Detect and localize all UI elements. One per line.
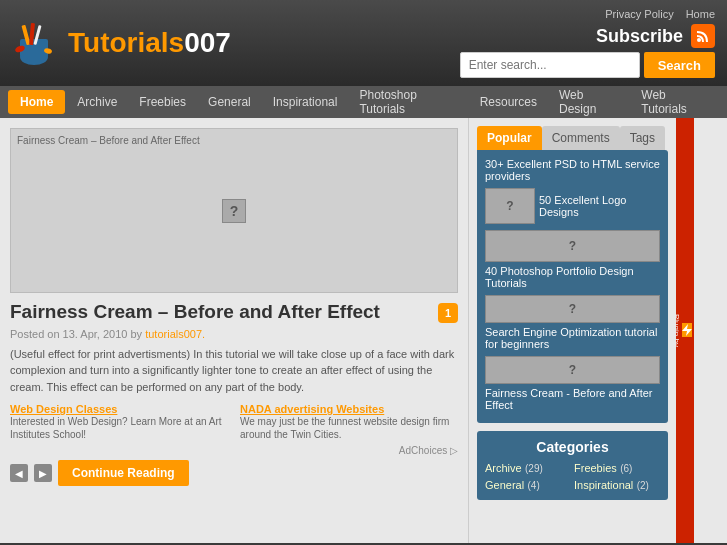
ad2-title[interactable]: NADA advertising Websites [240, 403, 458, 415]
ad-block-2: NADA advertising Websites We may just be… [240, 403, 458, 441]
search-bar: Search [460, 52, 715, 78]
svg-marker-8 [682, 324, 692, 336]
nav-item-webdesign[interactable]: Web Design [549, 83, 629, 121]
nav-item-photoshop[interactable]: Photoshop Tutorials [349, 83, 467, 121]
popular-link-1[interactable]: 30+ Excellent PSD to HTML service provid… [485, 158, 660, 182]
logo-area: Tutorials007 [12, 19, 231, 67]
nav-item-inspirational[interactable]: Inspirational [263, 90, 348, 114]
continue-reading-button[interactable]: Continue Reading [58, 460, 189, 486]
search-input[interactable] [460, 52, 640, 78]
post-title: Fairness Cream – Before and After Effect [10, 301, 430, 324]
cat-item-inspirational: Inspirational (2) [574, 478, 660, 492]
flash-strip: Plugin by [676, 118, 694, 543]
nav-item-freebies[interactable]: Freebies [129, 90, 196, 114]
ads-row: Web Design Classes Interested in Web Des… [10, 403, 458, 441]
header-right: Privacy Policy Home Subscribe Search [460, 8, 715, 78]
cat-item-archive: Archive (29) [485, 461, 571, 475]
home-link[interactable]: Home [686, 8, 715, 20]
subscribe-label: Subscribe [596, 26, 683, 47]
image-placeholder-icon: ? [222, 199, 246, 223]
popular-item-2: ? 50 Excellent Logo Designs [485, 188, 660, 224]
sidebar: Popular Comments Tags 30+ Excellent PSD … [468, 118, 676, 543]
post-title-row: Fairness Cream – Before and After Effect… [10, 301, 458, 324]
next-arrow-btn[interactable]: ▶ [34, 464, 52, 482]
thumb-placeholder-2: ? [485, 188, 535, 224]
ad2-desc: We may just be the funnest website desig… [240, 415, 458, 441]
sidebar-popular-content: 30+ Excellent PSD to HTML service provid… [477, 150, 668, 423]
post-footer: ◀ ▶ Continue Reading [10, 460, 458, 486]
cat-item-general: General (4) [485, 478, 571, 492]
nav-item-resources[interactable]: Resources [470, 90, 547, 114]
ad-block-1: Web Design Classes Interested in Web Des… [10, 403, 228, 441]
categories-section: Categories Archive (29) Freebies (6) Gen… [477, 431, 668, 500]
header: Tutorials007 Privacy Policy Home Subscri… [0, 0, 727, 86]
main: Fairness Cream – Before and After Effect… [0, 118, 727, 543]
flash-text: Plugin by [676, 314, 681, 347]
subscribe-area: Subscribe [596, 24, 715, 48]
popular-item-3: ? 40 Photoshop Portfolio Design Tutorial… [485, 230, 660, 289]
popular-link-3[interactable]: 40 Photoshop Portfolio Design Tutorials [485, 265, 660, 289]
thumb-placeholder-3: ? [485, 230, 660, 262]
top-links: Privacy Policy Home [605, 8, 715, 20]
post-excerpt: (Useful effect for print advertisments) … [10, 346, 458, 396]
ad1-title[interactable]: Web Design Classes [10, 403, 228, 415]
nav-item-home[interactable]: Home [8, 90, 65, 114]
popular-link-5[interactable]: Fairness Cream - Before and After Effect [485, 387, 660, 411]
post-featured-image: Fairness Cream – Before and After Effect… [10, 128, 458, 293]
flash-icon [682, 323, 692, 337]
categories-title: Categories [485, 439, 660, 455]
sidebar-tabs: Popular Comments Tags [477, 126, 668, 150]
popular-item-5: ? Fairness Cream - Before and After Effe… [485, 356, 660, 411]
rss-icon[interactable] [691, 24, 715, 48]
cat-item-freebies: Freebies (6) [574, 461, 660, 475]
svg-point-7 [697, 38, 701, 42]
nav-item-general[interactable]: General [198, 90, 261, 114]
logo-icon [12, 19, 60, 67]
tab-comments[interactable]: Comments [542, 126, 620, 150]
logo-text: Tutorials007 [68, 27, 231, 59]
thumb-placeholder-4: ? [485, 295, 660, 323]
prev-arrow-btn[interactable]: ◀ [10, 464, 28, 482]
nav: Home Archive Freebies General Inspiratio… [0, 86, 727, 118]
search-button[interactable]: Search [644, 52, 715, 78]
nav-item-webtutorials[interactable]: Web Tutorials [631, 83, 719, 121]
popular-item-1: 30+ Excellent PSD to HTML service provid… [485, 158, 660, 182]
tab-tags[interactable]: Tags [620, 126, 665, 150]
post-image-caption: Fairness Cream – Before and After Effect [17, 135, 200, 146]
content-area: Fairness Cream – Before and After Effect… [0, 118, 468, 543]
comment-badge: 1 [438, 303, 458, 323]
categories-grid: Archive (29) Freebies (6) General (4) In… [485, 461, 660, 492]
ad1-desc: Interested in Web Design? Learn More at … [10, 415, 228, 441]
post-author-link[interactable]: tutorials007. [145, 328, 205, 340]
nav-item-archive[interactable]: Archive [67, 90, 127, 114]
privacy-policy-link[interactable]: Privacy Policy [605, 8, 673, 20]
thumb-placeholder-5: ? [485, 356, 660, 384]
popular-link-2[interactable]: 50 Excellent Logo Designs [539, 194, 660, 218]
tab-popular[interactable]: Popular [477, 126, 542, 150]
adchoices-label: AdChoices ▷ [10, 445, 458, 456]
popular-item-4: ? Search Engine Optimization tutorial fo… [485, 295, 660, 350]
post-meta: Posted on 13. Apr, 2010 by tutorials007. [10, 328, 458, 340]
popular-link-4[interactable]: Search Engine Optimization tutorial for … [485, 326, 660, 350]
